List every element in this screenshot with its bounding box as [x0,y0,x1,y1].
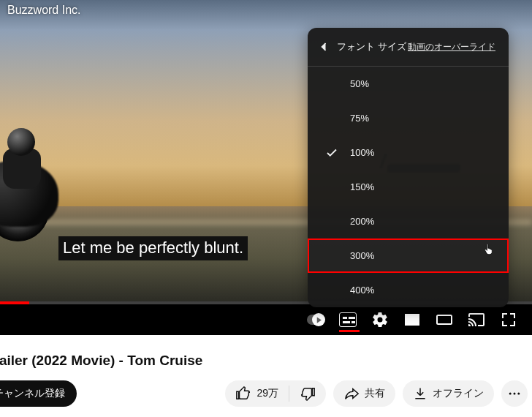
font-size-option-label: 200% [350,216,374,227]
subscribe-button[interactable]: チャンネル登録 [0,380,77,407]
video-meta: cial Trailer (2022 Movie) - Tom Cruise チ… [0,335,532,414]
font-size-option[interactable]: 150% [308,170,509,204]
dislike-button[interactable] [289,380,326,407]
share-button[interactable]: 共有 [333,380,395,407]
theater-button[interactable] [436,311,453,328]
brand-watermark: Buzzword Inc. [7,4,80,17]
font-size-option-label: 100% [350,147,374,158]
menu-override-link[interactable]: 動画のオーバーライド [408,41,495,53]
svg-rect-0 [437,315,452,324]
font-size-menu: フォント サイズ 動画のオーバーライド 50%75%100%150%200%30… [308,28,509,307]
like-count: 29万 [256,387,278,400]
svg-point-2 [514,393,516,395]
autoplay-toggle[interactable] [307,311,324,328]
font-size-option[interactable]: 300% [308,238,509,273]
font-size-option[interactable]: 75% [308,101,509,135]
like-button[interactable]: 29万 [225,380,289,407]
menu-header: フォント サイズ 動画のオーバーライド [308,28,509,67]
settings-button[interactable] [371,311,389,328]
share-label: 共有 [365,387,385,400]
svg-point-1 [509,393,512,395]
check-icon [325,146,338,159]
cast-button[interactable] [468,311,485,328]
action-row: チャンネル登録 29万 共有 オフライン [0,380,532,414]
font-size-option-label: 150% [350,181,374,192]
font-size-option[interactable]: 100% [308,135,509,170]
offline-label: オフライン [433,387,484,400]
video-player: Buzzword Inc. Let me be perfectly blunt. [0,0,532,335]
subtitle-caption: Let me be perfectly blunt. [58,236,248,260]
font-size-option-label: 300% [350,250,374,261]
player-controls [0,304,532,335]
motorcycle [0,121,66,241]
svg-point-3 [517,393,520,395]
font-size-option[interactable]: 200% [308,204,509,238]
font-size-option[interactable]: 50% [308,67,509,101]
menu-back-button[interactable] [315,38,332,56]
fullscreen-button[interactable] [500,311,517,328]
video-title: cial Trailer (2022 Movie) - Tom Cruise [0,342,532,380]
menu-title: フォント サイズ [337,40,408,53]
more-actions-button[interactable] [501,380,528,407]
miniplayer-button[interactable] [403,311,421,328]
offline-button[interactable]: オフライン [403,380,494,407]
font-size-option-label: 75% [350,113,369,124]
font-size-option-label: 400% [350,285,374,296]
font-size-option[interactable]: 400% [308,273,509,307]
font-size-option-label: 50% [350,78,369,89]
subtitles-button[interactable] [339,311,357,328]
like-dislike-group: 29万 [225,380,326,407]
